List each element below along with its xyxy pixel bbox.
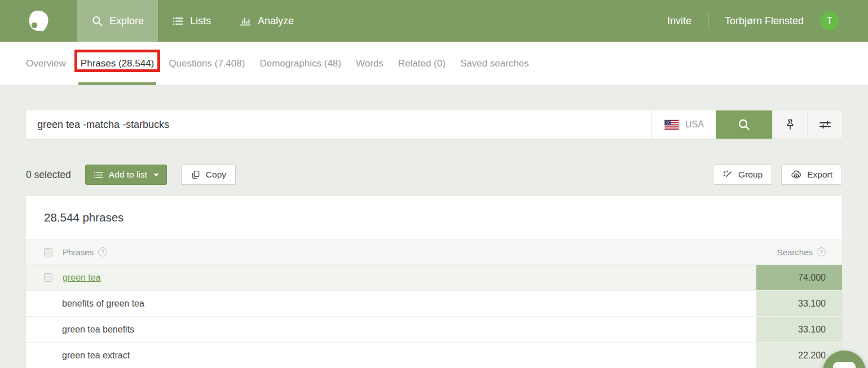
search-icon — [737, 118, 751, 131]
tab-questions-label: Questions (7.408) — [169, 58, 245, 69]
result-tabs: Overview Phrases (28.544) Questions (7.4… — [0, 42, 868, 86]
selected-count: 0 selected — [26, 169, 71, 181]
tab-words[interactable]: Words — [349, 42, 391, 85]
add-to-list-label: Add to list — [109, 170, 147, 180]
tab-overview[interactable]: Overview — [26, 42, 73, 85]
tab-demographics-label: Demographics (48) — [259, 58, 341, 69]
tab-saved-searches[interactable]: Saved searches — [453, 42, 536, 85]
phrase-cell: green tea — [26, 265, 756, 290]
tab-demographics[interactable]: Demographics (48) — [252, 42, 349, 85]
tab-overview-label: Overview — [26, 58, 66, 69]
searches-column-label: Searches — [777, 247, 813, 257]
filters-button[interactable] — [807, 110, 842, 139]
top-navigation-bar: Explore Lists Analyze — [0, 0, 868, 42]
avatar[interactable]: T — [820, 11, 839, 30]
tab-related-label: Related (0) — [398, 58, 446, 69]
search-icon — [91, 15, 103, 27]
caret-down-icon — [153, 174, 159, 176]
country-selector[interactable]: USA — [651, 110, 716, 139]
table-row[interactable]: green tea extract 22.200 — [26, 343, 842, 368]
copy-label: Copy — [206, 170, 226, 180]
chat-icon — [833, 362, 856, 368]
list-icon — [93, 170, 104, 180]
phrase-text: benefits of green tea — [62, 299, 144, 309]
topbar-right: Invite Torbjørn Flensted T — [667, 0, 868, 42]
phrase-cell: green tea benefits — [26, 317, 756, 342]
app-logo-icon — [27, 9, 50, 33]
main-nav: Explore Lists Analyze — [77, 0, 308, 42]
tab-related[interactable]: Related (0) — [391, 42, 453, 85]
help-icon[interactable]: ? — [817, 247, 826, 256]
phrase-text: green tea benefits — [62, 325, 134, 335]
searches-cell: 33.100 — [756, 291, 842, 316]
tab-saved-searches-label: Saved searches — [460, 58, 529, 69]
searches-cell: 33.100 — [756, 317, 842, 342]
searches-column-header: Searches ? — [756, 240, 842, 264]
phrase-cell: benefits of green tea — [26, 291, 756, 316]
magic-wand-icon — [722, 170, 733, 180]
cloud-download-icon — [791, 169, 802, 180]
list-icon — [172, 15, 184, 27]
nav-lists[interactable]: Lists — [158, 0, 225, 42]
phrase-cell: green tea extract — [26, 343, 756, 368]
sliders-icon — [818, 118, 832, 131]
nav-lists-label: Lists — [190, 15, 211, 27]
phrases-table-card: 28.544 phrases Phrases ? Searches ? gree… — [26, 196, 842, 368]
pin-icon — [784, 118, 796, 131]
table-row[interactable]: benefits of green tea 33.100 — [26, 291, 842, 317]
usa-flag-icon — [664, 119, 680, 130]
row-checkbox[interactable] — [44, 273, 52, 282]
group-label: Group — [738, 170, 763, 180]
searches-value: 74.000 — [798, 273, 826, 283]
app-logo[interactable] — [0, 0, 77, 42]
bar-chart-icon — [239, 15, 252, 27]
nav-analyze-label: Analyze — [258, 15, 294, 27]
tab-phrases[interactable]: Phrases (28.544) — [73, 42, 161, 85]
topbar-divider — [708, 12, 708, 29]
select-all-checkbox[interactable] — [44, 248, 52, 256]
export-button[interactable]: Export — [781, 165, 842, 185]
active-tab-indicator — [78, 82, 156, 85]
nav-analyze[interactable]: Analyze — [225, 0, 308, 42]
add-to-list-button[interactable]: Add to list — [85, 165, 167, 185]
search-bar: USA — [26, 110, 842, 139]
phrase-link[interactable]: green tea — [63, 273, 101, 283]
tab-phrases-label: Phrases (28.544) — [81, 58, 154, 69]
export-label: Export — [807, 170, 832, 180]
search-button[interactable] — [716, 110, 772, 139]
help-icon[interactable]: ? — [98, 247, 107, 256]
copy-button[interactable]: Copy — [181, 165, 236, 185]
searches-value: 33.100 — [798, 325, 826, 335]
group-button[interactable]: Group — [713, 165, 772, 185]
country-label: USA — [685, 119, 704, 130]
phrases-column-label: Phrases — [63, 247, 94, 257]
tab-questions[interactable]: Questions (7.408) — [161, 42, 252, 85]
searches-value: 33.100 — [798, 299, 826, 309]
nav-explore[interactable]: Explore — [77, 0, 158, 42]
invite-button[interactable]: Invite — [667, 15, 691, 27]
user-menu[interactable]: Torbjørn Flensted — [725, 15, 804, 27]
actions-right: Group Export — [713, 165, 842, 185]
tab-words-label: Words — [356, 58, 384, 69]
table-row[interactable]: green tea benefits 33.100 — [26, 317, 842, 343]
searches-value: 22.200 — [798, 351, 826, 361]
copy-icon — [191, 170, 201, 180]
table-title: 28.544 phrases — [26, 196, 842, 239]
search-input[interactable] — [26, 110, 651, 139]
phrase-text: green tea extract — [62, 351, 130, 361]
pin-search-button[interactable] — [772, 110, 807, 139]
searches-cell: 74.000 — [756, 265, 842, 290]
nav-explore-label: Explore — [109, 15, 144, 27]
table-row[interactable]: green tea 74.000 — [26, 265, 842, 291]
phrases-column-header: Phrases ? — [26, 240, 756, 264]
bulk-actions-row: 0 selected Add to list Copy — [26, 165, 842, 185]
table-header-row: Phrases ? Searches ? — [26, 239, 842, 265]
